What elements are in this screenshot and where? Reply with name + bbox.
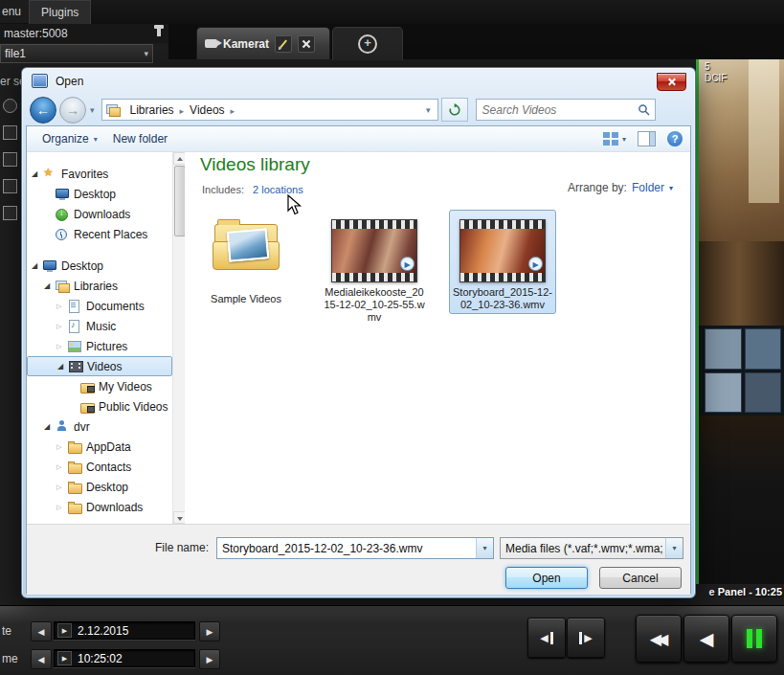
new-folder-button[interactable]: New folder [105,129,175,148]
file-type-combobox[interactable]: Media files (*.vaf;*.wmv;*.wma; ▾ [500,537,683,559]
expander-icon[interactable]: ◢ [44,281,55,290]
tree-item-dvr[interactable]: ◢dvr [27,416,172,437]
menu-tab-fragment[interactable]: enu [0,0,29,23]
tree-item-pictures[interactable]: ▷Pictures [27,336,172,356]
tree-item-public-videos[interactable]: Public Videos [27,396,172,416]
pause-icon [747,629,752,648]
left-tool-icon[interactable] [3,125,17,140]
back-button[interactable]: ← [30,97,56,124]
open-button[interactable]: Open [505,567,588,589]
breadcrumb[interactable]: Libraries▸Videos▸ ▾ [101,99,438,121]
tree-item-desktop[interactable]: ◢Desktop [27,256,172,276]
profile-dropdown[interactable]: file1 ▾ [0,44,153,63]
tree-item-recent-places[interactable]: Recent Places [27,224,172,244]
tree-item-label: Music [86,320,116,333]
change-view-button[interactable]: ▾ [603,132,626,146]
dialog-title-bar[interactable]: Open [22,68,695,94]
search-box[interactable] [476,99,656,121]
time-prev-button[interactable]: ◀ [31,649,52,669]
tree-item-libraries[interactable]: ◢Libraries [27,276,172,296]
plugins-tab[interactable]: Plugins [29,0,91,24]
file-name-input[interactable] [217,542,476,555]
organize-menu-button[interactable]: Organize ▾ [34,129,105,148]
close-icon [667,78,677,87]
help-button[interactable]: ? [667,131,683,146]
dialog-client-area: Organize ▾ New folder ▾ ? ◢FavoritesDesk… [26,125,691,594]
address-dropdown-icon[interactable]: ▾ [423,105,434,115]
downloads-icon [55,208,70,220]
expander-icon[interactable]: ▷ [56,323,67,330]
arrange-by-control[interactable]: Arrange by: Folder ▾ [568,181,673,194]
pause-button[interactable] [731,615,777,663]
date-next-button[interactable]: ▶ [199,621,220,641]
date-field[interactable]: ▶ 2.12.2015 [54,621,195,640]
tree-item-documents[interactable]: ▷Documents [27,296,172,316]
date-prev-button[interactable]: ◀ [31,621,52,641]
file-name-combobox[interactable]: ▾ [216,537,494,559]
step-forward-button[interactable]: ▶ [567,618,605,658]
expander-icon[interactable]: ▷ [56,343,67,350]
file-item[interactable]: ▶Medialeikekooste_2015-12-02_10-25-55.wm… [321,210,428,326]
tree-item-desktop[interactable]: ▷Desktop [27,477,172,497]
tree-item-my-videos[interactable]: My Videos [27,376,172,396]
step-backward-button[interactable]: ◀ [527,618,566,658]
left-tool-icon[interactable] [3,206,17,220]
add-tab-button[interactable]: + [332,27,403,60]
clock-icon [55,228,70,240]
search-input[interactable] [477,103,638,117]
libraries-icon [55,280,70,292]
expander-icon[interactable]: ◢ [57,362,68,371]
left-tool-icon[interactable] [3,152,17,167]
tab-kamerat[interactable]: Kamerat [196,27,330,59]
expander-icon[interactable]: ▷ [56,303,67,310]
combo-dropdown-button[interactable]: ▾ [476,538,493,558]
search-icon [638,103,650,116]
step-backward-icon: ◀ [540,632,548,644]
play-reverse-button[interactable]: ◀ [683,615,729,663]
expander-icon[interactable]: ▷ [56,443,67,451]
cancel-button[interactable]: Cancel [599,567,682,589]
folder-tree: ◢FavoritesDesktopDownloadsRecent Places◢… [27,152,172,524]
tree-item-favorites[interactable]: ◢Favorites [27,164,172,184]
tree-item-music[interactable]: ▷Music [27,316,172,336]
tree-scrollbar[interactable] [172,152,185,524]
camera-feed[interactable]: 5 DCIF [696,59,784,584]
open-dialog-icon [32,74,48,88]
breadcrumb-separator-icon[interactable]: ▸ [230,106,236,116]
chevron-down-icon: ▾ [94,135,98,144]
expander-icon[interactable]: ▷ [56,463,67,471]
folder-icon [67,481,82,493]
tree-item-downloads[interactable]: ▷Downloads [27,497,172,517]
history-dropdown-icon[interactable]: ▾ [90,105,95,115]
play-reverse-icon: ◀ [700,628,714,650]
desktop-icon [55,188,70,200]
expander-icon[interactable]: ▷ [56,504,67,511]
pin-icon[interactable] [157,28,161,36]
edit-tab-button[interactable] [275,35,292,53]
breadcrumb-item[interactable]: Libraries [125,101,179,119]
breadcrumb-item[interactable]: Videos [185,101,229,119]
tree-item-videos[interactable]: ◢Videos [27,356,172,376]
forward-button[interactable]: → [59,97,86,124]
tree-item-contacts[interactable]: ▷Contacts [27,457,172,477]
time-field[interactable]: ▶ 10:25:02 [54,649,195,667]
preview-pane-button[interactable] [638,131,656,146]
expander-icon[interactable]: ▷ [56,484,67,491]
file-item[interactable]: ▶Storyboard_2015-12-02_10-23-36.wmv [449,210,556,314]
left-tool-icon[interactable] [3,179,17,193]
expander-icon[interactable]: ◢ [32,261,42,270]
expander-icon[interactable]: ◢ [44,422,55,431]
left-tool-icon[interactable] [3,99,17,113]
file-item[interactable]: Sample Videos [192,210,300,308]
combo-dropdown-button[interactable]: ▾ [665,538,683,558]
expander-icon[interactable]: ◢ [32,169,42,178]
refresh-button[interactable] [441,98,468,122]
time-next-button[interactable]: ▶ [199,649,220,669]
tree-item-appdata[interactable]: ▷AppData [27,437,172,457]
tree-item-desktop[interactable]: Desktop [27,184,172,204]
tree-item-downloads[interactable]: Downloads [27,204,172,224]
rewind-button[interactable]: ◀◀ [636,615,682,663]
close-tab-button[interactable] [298,35,315,53]
arrange-by-value[interactable]: Folder [632,181,664,194]
dialog-close-button[interactable] [657,73,686,91]
